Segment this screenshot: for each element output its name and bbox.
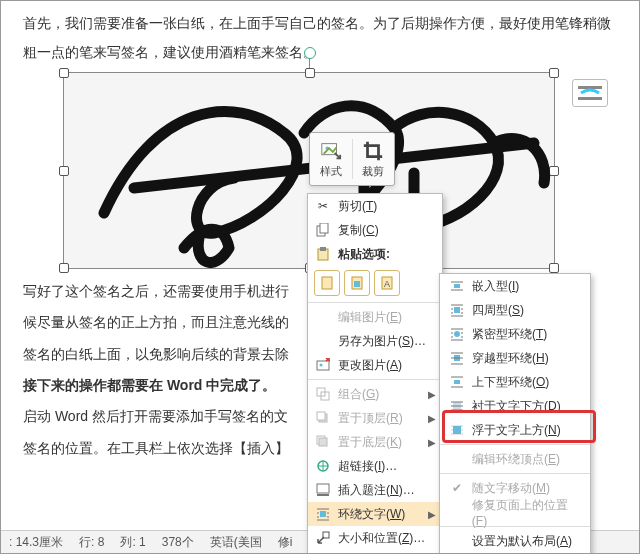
menu-copy[interactable]: 复制(C) [308,218,442,242]
svg-point-14 [320,364,323,367]
bring-front-icon [314,409,332,427]
svg-rect-7 [320,247,326,251]
wrap-behind[interactable]: 衬于文字下方(D) [440,394,590,418]
wrap-front-icon [448,421,466,439]
hyperlink-icon [314,457,332,475]
svg-rect-1 [578,97,602,100]
paragraph: 首先，我们需要准备一张白纸，在上面手写自己的签名。为了后期操作方便，最好使用笔锋… [23,9,617,68]
status-line: 行: 8 [79,534,104,551]
caption-icon [314,481,332,499]
menu-change-picture[interactable]: 更改图片(A) [308,353,442,377]
wrap-behind-icon [448,397,466,415]
svg-text:A: A [384,279,390,289]
menu-wrap-text[interactable]: 环绕文字(W)▶ [308,502,442,526]
svg-rect-5 [320,223,328,233]
paste-icon [314,245,332,263]
menu-save-as-picture[interactable]: 另存为图片(S)… [308,329,442,353]
menu-bring-front: 置于顶层(R)▶ [308,406,442,430]
mini-toolbar: 样式 裁剪 [309,132,395,186]
wrap-inline-icon [448,277,466,295]
wrap-through-icon [448,349,466,367]
svg-point-30 [454,331,460,337]
status-words: 378个 [162,534,194,551]
svg-rect-28 [454,284,460,288]
menu-paste-options-header: 粘贴选项: [308,242,442,266]
size-icon [314,529,332,547]
svg-rect-31 [454,380,460,384]
wrap-square-icon [448,301,466,319]
menu-hyperlink[interactable]: 超链接(I)… [308,454,442,478]
paste-option-1[interactable] [314,270,340,296]
crop-button[interactable]: 裁剪 [353,133,395,185]
send-back-icon [314,433,332,451]
wrap-top-bottom[interactable]: 上下型环绕(O) [440,370,590,394]
context-menu: ✂剪切(T) 复制(C) 粘贴选项: A 编辑图片(E) 另存为图片(S)… 更… [307,193,443,554]
menu-format-picture[interactable]: 设置图片格式(O)… [308,550,442,554]
picture-style-button[interactable]: 样式 [310,133,352,185]
style-label: 样式 [320,164,342,179]
group-icon [314,385,332,403]
svg-rect-13 [317,361,329,370]
status-lang: 英语(美国 [210,534,262,551]
menu-insert-caption[interactable]: 插入题注(N)… [308,478,442,502]
svg-rect-29 [454,307,460,313]
svg-rect-22 [317,484,329,493]
svg-rect-8 [322,277,332,289]
svg-rect-20 [319,438,327,446]
wrap-tight-icon [448,325,466,343]
svg-rect-33 [453,426,461,434]
menu-send-back: 置于底层(K)▶ [308,430,442,454]
check-icon: ✔ [448,479,466,497]
wrap-text-submenu: 嵌入型(I) 四周型(S) 紧密型环绕(T) 穿越型环绕(H) 上下型环绕(O)… [439,273,591,554]
wrap-tight[interactable]: 紧密型环绕(T) [440,322,590,346]
svg-rect-24 [320,511,326,517]
paste-option-3[interactable]: A [374,270,400,296]
crop-label: 裁剪 [362,164,384,179]
wrap-set-default[interactable]: 设置为默认布局(A) [440,529,590,553]
layout-options-button[interactable] [572,79,608,107]
wrap-topbottom-icon [448,373,466,391]
cut-icon: ✂ [314,197,332,215]
svg-rect-10 [354,281,360,287]
menu-cut[interactable]: ✂剪切(T) [308,194,442,218]
svg-rect-18 [317,412,325,420]
word-window: 首先，我们需要准备一张白纸，在上面手写自己的签名。为了后期操作方便，最好使用笔锋… [0,0,640,554]
paste-option-2[interactable] [344,270,370,296]
wrap-inline[interactable]: 嵌入型(I) [440,274,590,298]
wrap-text-icon [314,505,332,523]
copy-icon [314,221,332,239]
wrap-through[interactable]: 穿越型环绕(H) [440,346,590,370]
wrap-fix-position: 修复页面上的位置(F) [440,500,590,524]
svg-rect-23 [317,494,329,496]
menu-size-position[interactable]: 大小和位置(Z)… [308,526,442,550]
wrap-edit-points: 编辑环绕顶点(E) [440,447,590,471]
status-mod: 修i [278,534,293,551]
status-col: 列: 1 [120,534,145,551]
wrap-square[interactable]: 四周型(S) [440,298,590,322]
edit-picture-icon [314,308,332,326]
wrap-in-front[interactable]: 浮于文字上方(N) [440,418,590,442]
rotate-handle[interactable] [304,47,316,59]
change-picture-icon [314,356,332,374]
paste-options: A [308,266,442,300]
menu-group: 组合(G)▶ [308,382,442,406]
menu-edit-picture: 编辑图片(E) [308,305,442,329]
status-position: : 14.3厘米 [9,534,63,551]
